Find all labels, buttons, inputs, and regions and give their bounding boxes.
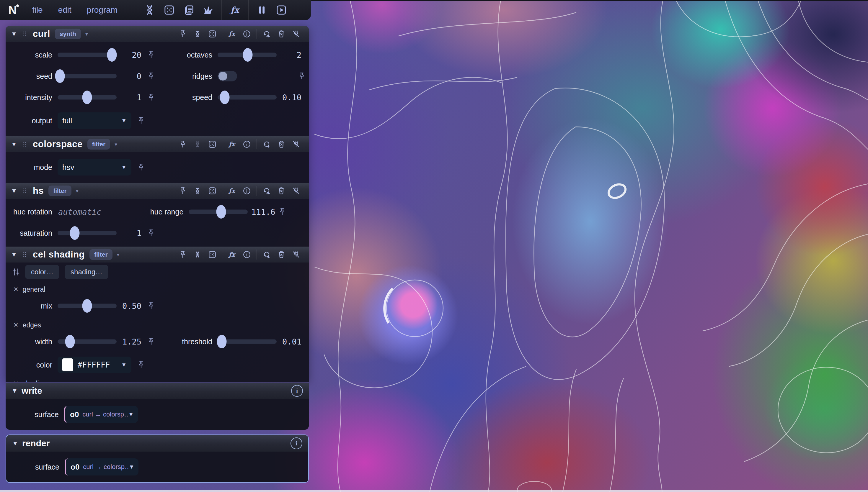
bypass-icon[interactable] — [291, 250, 301, 259]
dna-icon[interactable] — [193, 186, 202, 196]
pin-icon[interactable] — [278, 207, 287, 216]
badge-caret-icon[interactable]: ▼ — [75, 189, 79, 194]
param-tab-shading[interactable]: shading… — [65, 265, 108, 279]
fx-icon[interactable] — [227, 140, 237, 149]
pin-icon[interactable] — [178, 186, 187, 196]
node-type-badge[interactable]: synth — [55, 29, 81, 39]
pin-icon[interactable] — [147, 50, 156, 59]
ridges-toggle[interactable] — [217, 71, 237, 81]
collapse-icon[interactable]: ▼ — [11, 387, 22, 394]
pin-icon[interactable] — [137, 361, 145, 369]
drag-handle-icon[interactable] — [21, 140, 29, 149]
pin-icon[interactable] — [307, 337, 309, 346]
menu-edit[interactable]: edit — [58, 5, 71, 15]
pin-icon[interactable] — [137, 116, 145, 125]
app-logo[interactable]: N — [8, 4, 17, 16]
pin-icon[interactable] — [178, 140, 187, 149]
node-type-badge[interactable]: filter — [48, 186, 71, 196]
octaves-slider[interactable] — [217, 48, 277, 62]
play-icon[interactable] — [275, 3, 288, 17]
cycle-icon[interactable] — [262, 140, 271, 149]
mode-dropdown[interactable]: hsv ▼ — [57, 159, 132, 175]
scale-slider[interactable] — [57, 48, 117, 62]
node-type-badge[interactable]: filter — [90, 249, 113, 260]
pause-icon[interactable] — [255, 3, 268, 17]
render-surface-dropdown[interactable]: o0 curl → colorsp… ▼ — [65, 458, 138, 475]
bypass-icon[interactable] — [291, 186, 301, 196]
dice-icon[interactable] — [208, 186, 217, 196]
grass-icon[interactable] — [202, 3, 215, 17]
node-type-badge[interactable]: filter — [87, 139, 111, 150]
drag-handle-icon[interactable] — [21, 29, 29, 38]
fx-icon[interactable] — [227, 250, 237, 259]
menu-program[interactable]: program — [87, 5, 118, 15]
mixer-icon[interactable] — [11, 267, 21, 277]
cycle-icon[interactable] — [262, 250, 271, 259]
pin-icon[interactable] — [178, 250, 187, 259]
pin-icon[interactable] — [147, 301, 156, 310]
logo-dot-icon — [16, 4, 19, 7]
badge-caret-icon[interactable]: ▼ — [85, 31, 89, 36]
cycle-icon[interactable] — [262, 186, 271, 196]
pin-icon[interactable] — [147, 337, 156, 346]
output-dropdown[interactable]: full ▼ — [57, 113, 132, 129]
badge-caret-icon[interactable]: ▼ — [116, 252, 120, 257]
param-tab-color[interactable]: color… — [25, 265, 59, 279]
pin-icon[interactable] — [307, 93, 309, 102]
dice-icon[interactable] — [208, 140, 217, 149]
dna-icon[interactable] — [143, 3, 156, 17]
fx-icon[interactable] — [227, 29, 237, 39]
edge-color-dropdown[interactable]: #FFFFFF ▼ — [57, 356, 132, 373]
section-close-icon[interactable]: ✕ — [13, 286, 19, 293]
mix-slider[interactable] — [57, 299, 117, 313]
collapse-icon[interactable]: ▼ — [11, 251, 21, 258]
drag-handle-icon[interactable] — [21, 250, 29, 259]
collapse-icon[interactable]: ▼ — [11, 30, 21, 38]
pin-icon[interactable] — [147, 228, 156, 238]
info-icon[interactable] — [242, 250, 252, 259]
dice-icon[interactable] — [208, 29, 217, 39]
section-close-icon[interactable]: ✕ — [13, 321, 19, 328]
bypass-icon[interactable] — [291, 140, 301, 149]
delete-icon[interactable] — [277, 29, 286, 39]
dna-icon[interactable] — [193, 140, 202, 149]
menu-file[interactable]: file — [32, 5, 43, 15]
badge-caret-icon[interactable]: ▼ — [114, 142, 118, 147]
collapse-icon[interactable]: ▼ — [12, 440, 22, 447]
info-icon[interactable]: i — [290, 438, 302, 449]
pin-icon[interactable] — [178, 29, 187, 39]
write-surface-dropdown[interactable]: o0 curl → colorsp… ▼ — [64, 406, 138, 423]
collapse-icon[interactable]: ▼ — [11, 187, 21, 194]
delete-icon[interactable] — [277, 186, 286, 196]
delete-icon[interactable] — [277, 140, 286, 149]
pin-icon[interactable] — [147, 93, 156, 102]
speed-slider[interactable] — [217, 90, 277, 104]
seed-slider[interactable] — [57, 69, 117, 83]
pin-icon[interactable] — [297, 72, 306, 80]
intensity-slider[interactable] — [57, 90, 117, 104]
fx-icon[interactable] — [227, 186, 237, 196]
threshold-slider[interactable] — [217, 335, 277, 349]
delete-icon[interactable] — [277, 250, 286, 259]
dice-icon[interactable] — [163, 3, 176, 17]
info-icon[interactable] — [242, 29, 252, 39]
copy-icon[interactable] — [182, 3, 195, 17]
pin-icon[interactable] — [307, 50, 309, 59]
dna-icon[interactable] — [193, 29, 202, 39]
panel-cel-shading: ▼ cel shading filter ▼ — [6, 247, 309, 382]
saturation-slider[interactable] — [57, 226, 117, 240]
cycle-icon[interactable] — [262, 29, 271, 39]
dna-icon[interactable] — [193, 250, 202, 259]
pin-icon[interactable] — [147, 72, 156, 80]
info-icon[interactable] — [242, 140, 252, 149]
info-icon[interactable] — [242, 186, 252, 196]
fx-icon[interactable] — [229, 3, 241, 17]
collapse-icon[interactable]: ▼ — [11, 141, 21, 148]
drag-handle-icon[interactable] — [21, 187, 29, 195]
dice-icon[interactable] — [208, 250, 217, 259]
bypass-icon[interactable] — [291, 29, 301, 39]
hue-range-slider[interactable] — [189, 205, 248, 219]
info-icon[interactable]: i — [291, 385, 303, 397]
pin-icon[interactable] — [137, 163, 145, 172]
width-slider[interactable] — [57, 335, 117, 349]
